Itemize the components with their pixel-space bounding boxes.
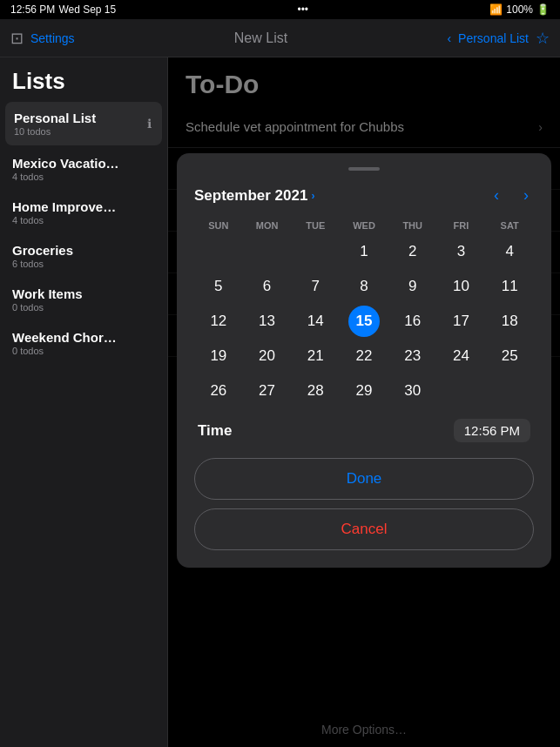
battery-level: 100% [506, 3, 533, 16]
cal-day-27[interactable]: 27 [252, 375, 283, 407]
sidebar-toggle-icon[interactable]: ⊡ [10, 29, 24, 48]
cal-day-23[interactable]: 23 [397, 340, 428, 372]
status-left: 12:56 PM Wed Sep 15 [10, 3, 116, 16]
cal-day-20[interactable]: 20 [252, 340, 283, 372]
sidebar-item-name: Work Items [12, 286, 155, 301]
sidebar-item-count: 10 todos [14, 126, 153, 137]
day-header-mon: MON [243, 217, 292, 234]
sidebar-title: Lists [0, 57, 167, 100]
calendar-nav: ‹ › [489, 185, 534, 206]
sidebar-item-name: Home Improve… [12, 199, 155, 214]
wifi-icon: 📶 [489, 3, 503, 16]
cal-day-7[interactable]: 7 [300, 271, 331, 302]
time-label: Time [198, 422, 232, 440]
nav-center: New List [75, 30, 448, 46]
day-header-sat: SAT [485, 217, 534, 234]
back-chevron-icon: ‹ [447, 31, 451, 45]
cal-day-9[interactable]: 9 [397, 271, 428, 302]
back-button[interactable]: Personal List [458, 31, 529, 45]
cal-day-22[interactable]: 22 [348, 340, 380, 372]
settings-button[interactable]: Settings [30, 31, 75, 45]
dots-indicator: ••• [297, 3, 308, 16]
sidebar-item-count: 4 todos [12, 172, 155, 182]
sidebar-item-personal-list[interactable]: Personal List 10 todos ℹ [5, 102, 162, 145]
nav-right: ‹ Personal List ☆ [447, 29, 550, 48]
cal-day-empty [203, 236, 234, 267]
calendar-day-headers: SUN MON TUE WED THU FRI SAT [194, 217, 534, 234]
cal-day-25[interactable]: 25 [494, 340, 525, 372]
cal-day-4[interactable]: 4 [494, 236, 525, 267]
sidebar-item-weekend[interactable]: Weekend Chor… 0 todos [0, 321, 167, 365]
status-right: 📶 100% 🔋 [489, 3, 550, 16]
calendar-modal-overlay: September 2021 › ‹ › SUN MON TUE WED THU… [168, 57, 560, 747]
day-header-sun: SUN [194, 217, 243, 234]
cal-day-24[interactable]: 24 [445, 340, 476, 372]
cal-day-3[interactable]: 3 [445, 236, 476, 267]
calendar-week-1: 1 2 3 4 [194, 234, 534, 269]
cal-day-30[interactable]: 30 [397, 375, 428, 407]
sidebar-item-name: Groceries [12, 243, 155, 258]
calendar-week-3: 12 13 14 15 16 17 18 [194, 304, 534, 339]
cal-day-6[interactable]: 6 [252, 271, 283, 302]
cal-day-8[interactable]: 8 [348, 271, 380, 302]
cal-day-empty [300, 236, 331, 267]
nav-bar: ⊡ Settings New List ‹ Personal List ☆ [0, 19, 560, 57]
cal-day-14[interactable]: 14 [300, 306, 331, 337]
drag-handle [348, 167, 380, 171]
sidebar: Lists Personal List 10 todos ℹ Mexico Va… [0, 57, 168, 747]
calendar-month-title: September 2021 › [194, 187, 314, 205]
cal-day-16[interactable]: 16 [397, 306, 428, 337]
next-month-button[interactable]: › [518, 185, 534, 206]
cal-day-18[interactable]: 18 [494, 306, 525, 337]
cal-day-13[interactable]: 13 [252, 306, 283, 337]
cal-day-empty [494, 375, 525, 407]
sidebar-item-home[interactable]: Home Improve… 4 todos [0, 191, 167, 234]
star-button[interactable]: ☆ [536, 29, 550, 48]
sidebar-item-name: Weekend Chor… [12, 330, 155, 345]
done-button[interactable]: Done [194, 458, 534, 500]
cal-day-28[interactable]: 28 [300, 375, 331, 407]
content-area: To-Do Schedule vet appointment for Chubb… [168, 57, 560, 747]
calendar-week-5: 26 27 28 29 30 [194, 374, 534, 408]
cal-day-29[interactable]: 29 [348, 375, 380, 407]
cal-day-26[interactable]: 26 [203, 375, 234, 407]
cal-day-12[interactable]: 12 [203, 306, 234, 337]
time-value[interactable]: 12:56 PM [454, 419, 530, 442]
sidebar-item-mexico[interactable]: Mexico Vacatio… 4 todos [0, 147, 167, 191]
date: Wed Sep 15 [58, 3, 116, 16]
sidebar-item-work[interactable]: Work Items 0 todos [0, 278, 167, 321]
month-dropdown-arrow[interactable]: › [311, 190, 314, 202]
calendar-week-2: 5 6 7 8 9 10 11 [194, 269, 534, 304]
main-layout: Lists Personal List 10 todos ℹ Mexico Va… [0, 57, 560, 747]
cal-day-15-today[interactable]: 15 [348, 306, 380, 337]
cal-day-21[interactable]: 21 [300, 340, 331, 372]
sidebar-item-groceries[interactable]: Groceries 6 todos [0, 234, 167, 278]
cal-day-1[interactable]: 1 [348, 236, 380, 267]
sidebar-item-count: 4 todos [12, 215, 155, 225]
sidebar-item-count: 0 todos [12, 346, 155, 356]
sidebar-item-count: 6 todos [12, 259, 155, 269]
month-year-label: September 2021 [194, 187, 307, 205]
sidebar-item-name: Personal List [14, 111, 153, 125]
cal-day-empty [252, 236, 283, 267]
day-header-tue: TUE [291, 217, 340, 234]
info-icon[interactable]: ℹ [147, 117, 152, 131]
calendar-week-4: 19 20 21 22 23 24 25 [194, 339, 534, 374]
cal-day-5[interactable]: 5 [203, 271, 234, 302]
nav-left: ⊡ Settings [10, 29, 75, 48]
cal-day-11[interactable]: 11 [494, 271, 525, 302]
cancel-button[interactable]: Cancel [194, 508, 534, 550]
sidebar-item-name: Mexico Vacatio… [12, 156, 155, 171]
day-header-wed: WED [340, 217, 388, 234]
cal-day-17[interactable]: 17 [445, 306, 476, 337]
calendar-time-row: Time 12:56 PM [194, 419, 534, 442]
day-header-thu: THU [388, 217, 437, 234]
cal-day-19[interactable]: 19 [203, 340, 234, 372]
status-bar: 12:56 PM Wed Sep 15 ••• 📶 100% 🔋 [0, 0, 560, 19]
new-list-label: New List [234, 30, 287, 45]
calendar-header: September 2021 › ‹ › [194, 185, 534, 206]
cal-day-2[interactable]: 2 [397, 236, 428, 267]
cal-day-10[interactable]: 10 [445, 271, 476, 302]
prev-month-button[interactable]: ‹ [489, 185, 504, 206]
calendar-modal: September 2021 › ‹ › SUN MON TUE WED THU… [177, 153, 551, 568]
